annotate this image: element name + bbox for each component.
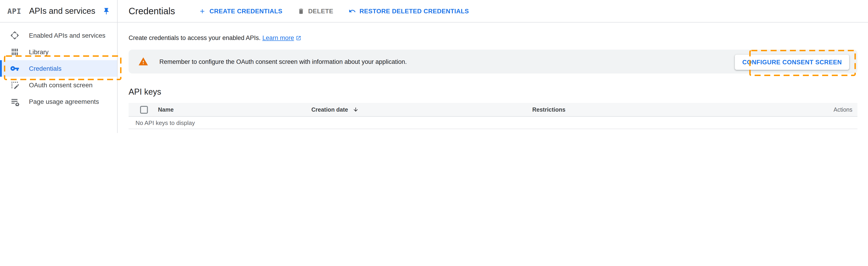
gcp-apis-services-credentials-page: API APIs and services Enabled APIs and s… xyxy=(0,0,868,133)
sidebar-item-label: OAuth consent screen xyxy=(29,81,93,89)
api-keys-table: Name Creation date Restrictions Actions … xyxy=(129,103,858,129)
sidebar-item-oauth-consent[interactable]: OAuth consent screen xyxy=(0,77,117,93)
warning-icon xyxy=(138,57,148,67)
sidebar-item-enabled-apis[interactable]: Enabled APIs and services xyxy=(0,27,117,43)
sort-desc-icon xyxy=(353,107,359,113)
api-keys-table-header: Name Creation date Restrictions Actions xyxy=(129,103,858,117)
library-icon xyxy=(10,47,20,57)
undo-icon xyxy=(348,7,356,15)
delete-button[interactable]: DELETE xyxy=(298,7,334,14)
api-keys-section-title: API keys xyxy=(129,86,858,97)
sidebar-nav: Enabled APIs and services Library Creden… xyxy=(0,23,117,110)
column-header-creation-date[interactable]: Creation date xyxy=(311,106,359,113)
learn-more-link[interactable]: Learn more xyxy=(262,34,294,41)
topbar: Credentials CREATE CREDENTIALS DELETE RE… xyxy=(118,0,868,23)
column-header-restrictions: Restrictions xyxy=(532,106,565,113)
create-credentials-button[interactable]: CREATE CREDENTIALS xyxy=(199,7,282,14)
column-header-actions: Actions xyxy=(834,106,852,113)
oauth-warning-banner: Remember to configure the OAuth consent … xyxy=(129,50,858,73)
plus-icon xyxy=(199,7,206,14)
banner-message: Remember to configure the OAuth consent … xyxy=(159,58,407,65)
api-logo: API xyxy=(7,7,21,16)
page-usage-icon xyxy=(10,97,20,106)
select-all-checkbox[interactable] xyxy=(140,106,148,114)
sidebar-item-label: Credentials xyxy=(29,65,62,72)
enabled-apis-icon xyxy=(10,31,20,40)
pin-icon[interactable] xyxy=(102,7,110,15)
column-header-name[interactable]: Name xyxy=(158,106,174,113)
oauth-consent-icon xyxy=(10,80,20,90)
configure-consent-screen-button[interactable]: CONFIGURE CONSENT SCREEN xyxy=(735,55,849,70)
restore-deleted-credentials-button[interactable]: RESTORE DELETED CREDENTIALS xyxy=(348,7,469,15)
intro-text: Create credentials to access your enable… xyxy=(129,34,858,42)
key-icon xyxy=(10,64,20,73)
sidebar-header: API APIs and services xyxy=(0,0,117,23)
sidebar-item-label: Enabled APIs and services xyxy=(29,32,105,39)
main-content: Create credentials to access your enable… xyxy=(118,23,868,133)
api-keys-empty-row: No API keys to display xyxy=(129,117,858,129)
app-title: APIs and services xyxy=(29,6,95,16)
trash-icon xyxy=(298,7,305,14)
sidebar-item-label: Library xyxy=(29,48,49,56)
external-link-icon xyxy=(296,35,301,42)
page-title: Credentials xyxy=(129,6,175,16)
sidebar-item-page-usage[interactable]: Page usage agreements xyxy=(0,93,117,110)
sidebar-item-library[interactable]: Library xyxy=(0,43,117,60)
sidebar-item-credentials[interactable]: Credentials xyxy=(0,60,117,77)
sidebar: API APIs and services Enabled APIs and s… xyxy=(0,0,118,133)
sidebar-item-label: Page usage agreements xyxy=(29,98,99,105)
